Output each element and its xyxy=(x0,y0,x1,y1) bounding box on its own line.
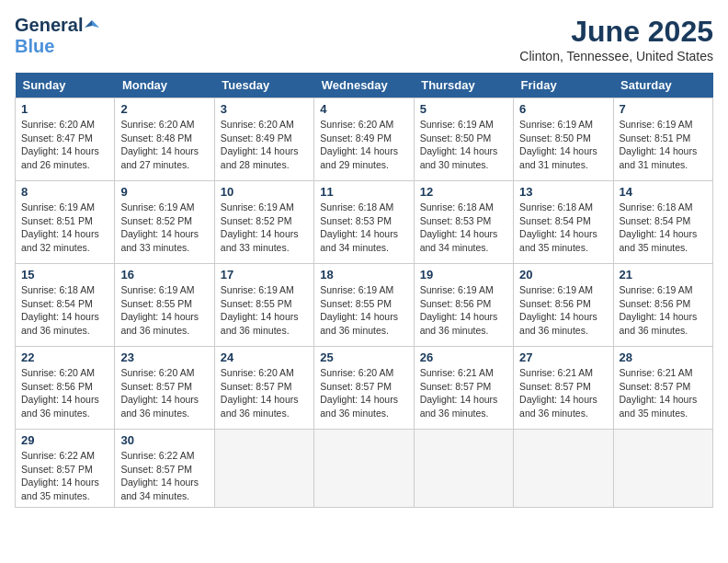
col-saturday: Saturday xyxy=(613,73,712,98)
day-info: Sunrise: 6:20 AMSunset: 8:57 PMDaylight:… xyxy=(221,367,299,419)
day-info: Sunrise: 6:21 AMSunset: 8:57 PMDaylight:… xyxy=(420,367,498,419)
day-info: Sunrise: 6:18 AMSunset: 8:54 PMDaylight:… xyxy=(620,201,698,253)
day-number: 29 xyxy=(21,433,108,447)
svg-marker-1 xyxy=(85,20,92,28)
calendar-header-row: Sunday Monday Tuesday Wednesday Thursday… xyxy=(16,73,713,98)
day-number: 5 xyxy=(420,102,507,116)
col-monday: Monday xyxy=(115,73,214,98)
col-thursday: Thursday xyxy=(414,73,513,98)
day-info: Sunrise: 6:19 AMSunset: 8:51 PMDaylight:… xyxy=(21,201,99,253)
day-number: 18 xyxy=(320,268,407,282)
day-number: 2 xyxy=(120,102,208,116)
table-row xyxy=(214,430,313,508)
day-info: Sunrise: 6:22 AMSunset: 8:57 PMDaylight:… xyxy=(21,450,99,501)
day-info: Sunrise: 6:21 AMSunset: 8:57 PMDaylight:… xyxy=(620,367,698,419)
table-row: 1 Sunrise: 6:20 AMSunset: 8:47 PMDayligh… xyxy=(16,98,115,181)
table-row: 30 Sunrise: 6:22 AMSunset: 8:57 PMDaylig… xyxy=(115,430,214,508)
month-title: June 2025 xyxy=(519,15,713,49)
day-info: Sunrise: 6:22 AMSunset: 8:57 PMDaylight:… xyxy=(120,450,199,501)
day-info: Sunrise: 6:19 AMSunset: 8:55 PMDaylight:… xyxy=(320,284,398,336)
day-number: 26 xyxy=(420,350,507,364)
table-row: 2 Sunrise: 6:20 AMSunset: 8:48 PMDayligh… xyxy=(115,98,214,181)
day-info: Sunrise: 6:18 AMSunset: 8:54 PMDaylight:… xyxy=(21,284,99,336)
day-number: 15 xyxy=(21,268,108,282)
page-header: General Blue June 2025 Clinton, Tennesse… xyxy=(15,15,713,63)
day-info: Sunrise: 6:19 AMSunset: 8:52 PMDaylight:… xyxy=(120,201,199,253)
day-number: 3 xyxy=(221,102,308,116)
day-info: Sunrise: 6:19 AMSunset: 8:52 PMDaylight:… xyxy=(221,201,299,253)
table-row xyxy=(514,430,613,508)
table-row: 21 Sunrise: 6:19 AMSunset: 8:56 PMDaylig… xyxy=(613,264,712,347)
location: Clinton, Tennessee, United States xyxy=(519,49,713,63)
day-number: 23 xyxy=(120,350,208,364)
day-info: Sunrise: 6:20 AMSunset: 8:49 PMDaylight:… xyxy=(320,119,398,170)
day-info: Sunrise: 6:20 AMSunset: 8:57 PMDaylight:… xyxy=(120,367,199,419)
calendar-table: Sunday Monday Tuesday Wednesday Thursday… xyxy=(15,73,713,508)
day-number: 10 xyxy=(221,185,308,199)
col-wednesday: Wednesday xyxy=(314,73,414,98)
svg-marker-0 xyxy=(92,20,99,28)
day-number: 21 xyxy=(620,268,707,282)
day-number: 7 xyxy=(620,102,707,116)
table-row: 9 Sunrise: 6:19 AMSunset: 8:52 PMDayligh… xyxy=(115,181,214,264)
day-number: 25 xyxy=(320,350,407,364)
day-number: 8 xyxy=(21,185,108,199)
day-info: Sunrise: 6:19 AMSunset: 8:51 PMDaylight:… xyxy=(620,119,698,170)
table-row: 11 Sunrise: 6:18 AMSunset: 8:53 PMDaylig… xyxy=(314,181,414,264)
day-info: Sunrise: 6:21 AMSunset: 8:57 PMDaylight:… xyxy=(519,367,597,419)
table-row: 4 Sunrise: 6:20 AMSunset: 8:49 PMDayligh… xyxy=(314,98,414,181)
table-row: 17 Sunrise: 6:19 AMSunset: 8:55 PMDaylig… xyxy=(214,264,313,347)
table-row: 8 Sunrise: 6:19 AMSunset: 8:51 PMDayligh… xyxy=(16,181,115,264)
day-number: 14 xyxy=(620,185,707,199)
day-number: 24 xyxy=(221,350,308,364)
table-row: 15 Sunrise: 6:18 AMSunset: 8:54 PMDaylig… xyxy=(16,264,115,347)
logo-general: General xyxy=(15,15,83,36)
table-row: 22 Sunrise: 6:20 AMSunset: 8:56 PMDaylig… xyxy=(16,347,115,430)
day-number: 13 xyxy=(519,185,607,199)
day-number: 6 xyxy=(519,102,607,116)
logo-blue: Blue xyxy=(15,36,54,57)
col-tuesday: Tuesday xyxy=(214,73,313,98)
col-sunday: Sunday xyxy=(16,73,115,98)
day-number: 20 xyxy=(519,268,607,282)
table-row xyxy=(414,430,513,508)
day-number: 19 xyxy=(420,268,507,282)
table-row: 14 Sunrise: 6:18 AMSunset: 8:54 PMDaylig… xyxy=(613,181,712,264)
day-number: 11 xyxy=(320,185,407,199)
day-number: 27 xyxy=(519,350,607,364)
day-number: 12 xyxy=(420,185,507,199)
day-info: Sunrise: 6:19 AMSunset: 8:50 PMDaylight:… xyxy=(420,119,498,170)
table-row: 12 Sunrise: 6:18 AMSunset: 8:53 PMDaylig… xyxy=(414,181,513,264)
table-row: 27 Sunrise: 6:21 AMSunset: 8:57 PMDaylig… xyxy=(514,347,613,430)
day-info: Sunrise: 6:20 AMSunset: 8:49 PMDaylight:… xyxy=(221,119,299,170)
table-row: 5 Sunrise: 6:19 AMSunset: 8:50 PMDayligh… xyxy=(414,98,513,181)
table-row: 23 Sunrise: 6:20 AMSunset: 8:57 PMDaylig… xyxy=(115,347,214,430)
logo-bird-icon xyxy=(85,18,99,33)
day-info: Sunrise: 6:19 AMSunset: 8:50 PMDaylight:… xyxy=(519,119,597,170)
table-row: 28 Sunrise: 6:21 AMSunset: 8:57 PMDaylig… xyxy=(613,347,712,430)
table-row: 7 Sunrise: 6:19 AMSunset: 8:51 PMDayligh… xyxy=(613,98,712,181)
table-row: 6 Sunrise: 6:19 AMSunset: 8:50 PMDayligh… xyxy=(514,98,613,181)
day-number: 16 xyxy=(120,268,208,282)
table-row xyxy=(314,430,414,508)
day-number: 28 xyxy=(620,350,707,364)
day-info: Sunrise: 6:20 AMSunset: 8:47 PMDaylight:… xyxy=(21,119,99,170)
day-info: Sunrise: 6:20 AMSunset: 8:57 PMDaylight:… xyxy=(320,367,398,419)
table-row: 25 Sunrise: 6:20 AMSunset: 8:57 PMDaylig… xyxy=(314,347,414,430)
day-info: Sunrise: 6:19 AMSunset: 8:56 PMDaylight:… xyxy=(620,284,698,336)
col-friday: Friday xyxy=(514,73,613,98)
day-info: Sunrise: 6:19 AMSunset: 8:55 PMDaylight:… xyxy=(221,284,299,336)
day-info: Sunrise: 6:20 AMSunset: 8:48 PMDaylight:… xyxy=(120,119,199,170)
logo: General Blue xyxy=(15,15,101,57)
table-row: 16 Sunrise: 6:19 AMSunset: 8:55 PMDaylig… xyxy=(115,264,214,347)
day-info: Sunrise: 6:18 AMSunset: 8:54 PMDaylight:… xyxy=(519,201,597,253)
day-info: Sunrise: 6:18 AMSunset: 8:53 PMDaylight:… xyxy=(420,201,498,253)
table-row: 29 Sunrise: 6:22 AMSunset: 8:57 PMDaylig… xyxy=(16,430,115,508)
day-number: 9 xyxy=(120,185,208,199)
title-section: June 2025 Clinton, Tennessee, United Sta… xyxy=(519,15,713,63)
table-row: 10 Sunrise: 6:19 AMSunset: 8:52 PMDaylig… xyxy=(214,181,313,264)
day-info: Sunrise: 6:18 AMSunset: 8:53 PMDaylight:… xyxy=(320,201,398,253)
day-number: 1 xyxy=(21,102,108,116)
table-row: 19 Sunrise: 6:19 AMSunset: 8:56 PMDaylig… xyxy=(414,264,513,347)
table-row: 26 Sunrise: 6:21 AMSunset: 8:57 PMDaylig… xyxy=(414,347,513,430)
